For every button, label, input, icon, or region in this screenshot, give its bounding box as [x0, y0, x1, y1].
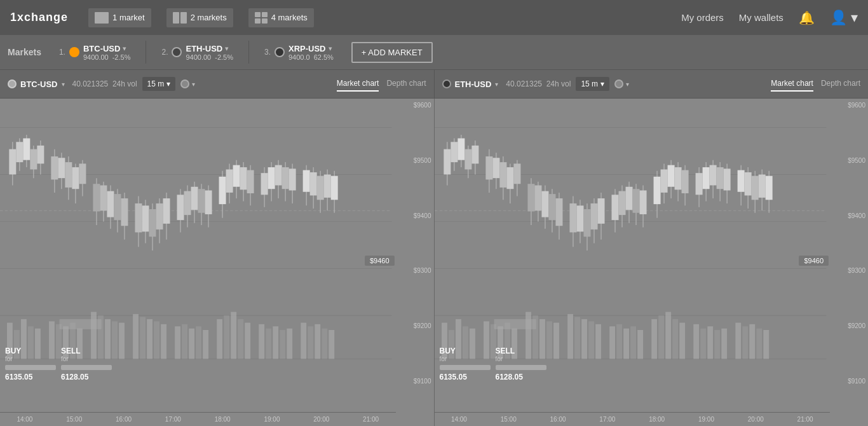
depth-chart-tab-2[interactable]: Depth chart — [821, 76, 860, 92]
svg-rect-208 — [737, 170, 744, 192]
xrp-icon — [275, 47, 285, 57]
svg-rect-240 — [630, 326, 636, 359]
svg-rect-237 — [609, 326, 615, 359]
svg-rect-117 — [245, 323, 250, 359]
layout-1-button[interactable]: 1 market — [88, 8, 151, 27]
y-label-1-5: $9500 — [400, 157, 431, 164]
svg-rect-118 — [259, 324, 264, 359]
svg-rect-252 — [735, 323, 741, 359]
chart-vol-1: 40.021325 24h vol — [72, 79, 137, 88]
market-item-btc[interactable]: 1. BTC-USD ▾ 9400.00 -2.5% — [54, 41, 136, 64]
chart-panel-1: $9460 $9600 $9500 $9400 $9300 $9200 $910… — [0, 99, 435, 426]
header-right: My orders My wallets 🔔 👤 ▾ — [681, 10, 858, 26]
svg-rect-253 — [742, 326, 748, 359]
x2-label-1500: 15:00 — [501, 416, 517, 423]
currency-dot-2 — [442, 79, 451, 88]
chart-tabs-bar: BTC-USD ▾ 40.021325 24h vol 15 m ▾ ▾ Mar… — [0, 70, 868, 99]
svg-rect-194 — [674, 167, 681, 189]
eth-price: 9400.00 — [186, 53, 211, 61]
svg-rect-39 — [135, 203, 142, 233]
x2-label-2000: 20:00 — [748, 416, 764, 423]
svg-rect-200 — [702, 167, 709, 189]
sell-for-label-1: for — [61, 355, 112, 362]
svg-rect-235 — [588, 321, 594, 359]
market-sep-1 — [146, 41, 146, 64]
x2-label-1700: 17:00 — [599, 416, 615, 423]
eth-change: -2.5% — [215, 53, 233, 61]
svg-rect-9 — [9, 149, 16, 175]
svg-rect-249 — [707, 326, 713, 359]
currency-name-1: BTC-USD — [20, 79, 58, 89]
sell-block-1: SELL for 6128.05 — [61, 347, 112, 381]
y-label-2-3: $9300 — [834, 267, 865, 274]
svg-rect-27 — [79, 163, 86, 184]
user-icon[interactable]: 👤 ▾ — [830, 10, 858, 26]
market-item-eth[interactable]: 2. ETH-USD ▾ 9400.00 -2.5% — [156, 41, 238, 64]
sell-block-2: SELL for 6128.05 — [496, 347, 546, 381]
svg-rect-216 — [765, 176, 772, 200]
buy-block-1: BUY for 6135.05 — [5, 347, 56, 381]
chart-color-2[interactable]: ▾ — [614, 79, 629, 88]
svg-rect-35 — [114, 194, 121, 220]
svg-rect-116 — [238, 319, 243, 359]
chart-currency-2[interactable]: ETH-USD ▾ — [442, 79, 499, 89]
svg-rect-196 — [681, 170, 688, 193]
svg-rect-15 — [30, 149, 37, 170]
buy-label-1: BUY — [5, 347, 56, 355]
depth-chart-tab-1[interactable]: Depth chart — [386, 76, 426, 92]
svg-rect-154 — [506, 167, 513, 189]
market-item-xrp[interactable]: 3. XRP-USD ▾ 9400.0 62.5% — [259, 41, 339, 64]
buy-bar-1 — [5, 365, 56, 370]
btc-icon — [69, 47, 79, 57]
svg-rect-256 — [763, 330, 769, 359]
svg-rect-204 — [716, 167, 723, 189]
svg-rect-104 — [140, 317, 146, 359]
svg-rect-57 — [205, 190, 212, 214]
buy-price-1: 6135.05 — [5, 373, 56, 381]
svg-rect-245 — [672, 319, 678, 359]
x-label-1400: 14:00 — [17, 416, 32, 423]
chart-time-1[interactable]: 15 m ▾ — [142, 77, 176, 91]
svg-rect-71 — [268, 167, 275, 189]
svg-rect-127 — [329, 330, 334, 359]
svg-rect-122 — [287, 329, 292, 359]
add-market-button[interactable]: + ADD MARKET — [351, 42, 433, 63]
bell-icon[interactable]: 🔔 — [799, 10, 815, 25]
x2-label-1900: 19:00 — [698, 416, 714, 423]
layout-4-button[interactable]: 4 markets — [248, 8, 314, 27]
chart-color-1[interactable]: ▾ — [180, 79, 195, 88]
x-label-1600: 16:00 — [116, 416, 132, 423]
svg-rect-192 — [667, 165, 674, 187]
svg-rect-114 — [224, 315, 229, 359]
chart-currency-1[interactable]: BTC-USD ▾ — [8, 79, 65, 89]
market-chart-tab-2[interactable]: Market chart — [771, 76, 813, 92]
chart-time-2[interactable]: 15 m ▾ — [576, 77, 609, 91]
svg-rect-125 — [315, 324, 320, 359]
svg-rect-33 — [107, 191, 114, 217]
my-orders-link[interactable]: My orders — [681, 12, 724, 23]
svg-rect-162 — [541, 191, 548, 217]
svg-rect-11 — [16, 142, 23, 162]
svg-rect-244 — [665, 312, 671, 359]
layout-2-icon — [173, 12, 187, 24]
svg-rect-180 — [618, 191, 625, 216]
color-chevron-1-icon: ▾ — [192, 81, 195, 88]
y-label-1-6: $9600 — [400, 102, 431, 109]
svg-rect-174 — [590, 203, 597, 230]
svg-rect-43 — [149, 209, 156, 237]
sell-bar-1 — [61, 365, 112, 370]
svg-rect-21 — [58, 158, 65, 178]
svg-rect-19 — [51, 156, 58, 179]
market-chart-tab-1[interactable]: Market chart — [337, 76, 379, 92]
svg-rect-53 — [191, 187, 198, 210]
layout-2-button[interactable]: 2 markets — [166, 8, 233, 27]
svg-rect-234 — [581, 319, 587, 359]
my-wallets-link[interactable]: My wallets — [739, 12, 783, 23]
svg-rect-255 — [756, 329, 762, 359]
buy-price-2: 6135.05 — [440, 373, 491, 381]
svg-rect-51 — [184, 191, 191, 216]
svg-rect-45 — [156, 203, 163, 230]
btc-chevron-icon: ▾ — [123, 45, 126, 53]
svg-rect-176 — [597, 198, 604, 224]
svg-rect-55 — [198, 189, 205, 213]
